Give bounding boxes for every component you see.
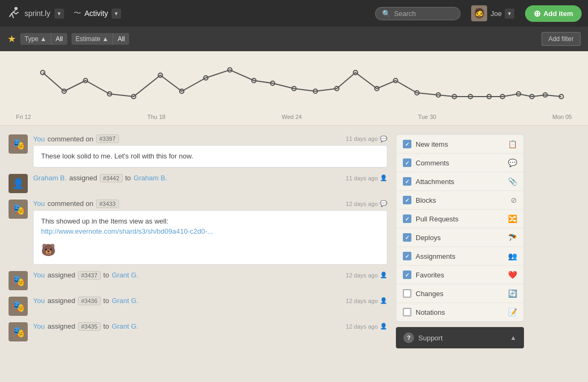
comment-bubble: These look solid to me. Let's roll with … (33, 145, 387, 168)
activity-chart-icon: 〜 (74, 9, 81, 18)
pull-requests-icon: 🔀 (508, 214, 517, 223)
search-placeholder: Search (394, 10, 416, 18)
sidebar-label-changes: Changes (416, 290, 504, 298)
user-dropdown[interactable]: ▾ (505, 9, 514, 19)
user-name: Joe (490, 10, 502, 18)
comment-link[interactable]: http://www.evernote.com/shard/s3/sh/bd09… (41, 227, 213, 235)
svg-point-1 (41, 70, 45, 75)
activity-time: 12 days ago 👤 (346, 272, 387, 278)
chart-area: Fri 12 Thu 18 Wed 24 Tue 30 Mon 05 (0, 51, 588, 126)
new-items-checkbox[interactable]: ✓ (403, 140, 411, 148)
changes-checkbox[interactable] (403, 289, 411, 298)
brand-dropdown[interactable]: ▾ (54, 9, 64, 19)
sidebar-item-notations[interactable]: Notations 📝 (396, 303, 523, 321)
brand-name: sprint.ly (25, 9, 50, 18)
activity-dropdown[interactable]: ▾ (112, 9, 121, 19)
activity-chart (11, 62, 577, 110)
avatar: 🎭 (9, 271, 28, 290)
activity-assignee: Grant G. (112, 322, 138, 330)
assign-icon: 👤 (380, 297, 387, 304)
activity-meta: You assigned #3435 to Grant G. 12 days a… (33, 322, 387, 331)
sidebar-item-new-items[interactable]: ✓ New items 📋 (396, 135, 523, 154)
comments-checkbox[interactable]: ✓ (403, 158, 411, 167)
assignments-icon: 👥 (508, 252, 517, 260)
attachments-icon: 📎 (508, 177, 517, 186)
activity-ticket: #3397 (96, 134, 119, 143)
comment-text: This showed up in the Items view as well… (41, 216, 379, 227)
estimate-filter[interactable]: Estimate ▲ All (71, 33, 129, 45)
new-items-icon: 📋 (508, 140, 517, 148)
comment-icon: 💬 (380, 136, 387, 142)
activity-nav: 〜 Activity ▾ (74, 9, 121, 19)
sidebar-item-assignments[interactable]: ✓ Assignments 👥 (396, 247, 523, 266)
activity-body: You assigned #3436 to Grant G. 12 days a… (33, 297, 387, 307)
activity-assignee: Graham B. (133, 174, 167, 182)
estimate-filter-value[interactable]: All (113, 33, 129, 45)
sidebar-item-comments[interactable]: ✓ Comments 💬 (396, 154, 523, 172)
activity-user: You (33, 271, 45, 279)
comment-icon: 💬 (380, 200, 387, 207)
sidebar-item-pull-requests[interactable]: ✓ Pull Requests 🔀 (396, 210, 523, 228)
header: sprint.ly ▾ 〜 Activity ▾ 🔍 Search 🧔 Joe … (0, 0, 588, 27)
sidebar-label-notations: Notations (416, 308, 504, 316)
activity-item: 🎭 You commented on #3397 11 days ago 💬 T… (9, 134, 387, 168)
activity-action: commented on (47, 135, 93, 143)
chart-labels: Fri 12 Thu 18 Wed 24 Tue 30 Mon 05 (11, 112, 577, 120)
activity-item: 🎭 You assigned #3436 to Grant G. 12 days… (9, 297, 387, 316)
type-filter-value[interactable]: All (51, 33, 67, 45)
chart-label-3: Tue 30 (418, 114, 436, 120)
sidebar-label-attachments: Attachments (416, 178, 504, 186)
sidebar: ✓ New items 📋 ✓ Comments 💬 ✓ Attachments… (396, 134, 524, 348)
pull-requests-checkbox[interactable]: ✓ (403, 214, 411, 223)
support-bar[interactable]: ? Support ▲ (396, 327, 524, 348)
activity-time: 12 days ago 👤 (346, 297, 387, 304)
sidebar-item-deploys[interactable]: ✓ Deploys 🪂 (396, 228, 523, 247)
chart-label-2: Wed 24 (282, 114, 302, 120)
add-icon: ⊕ (534, 9, 541, 19)
activity-item: 🎭 You commented on #3433 12 days ago 💬 T… (9, 200, 387, 265)
sidebar-panel: ✓ New items 📋 ✓ Comments 💬 ✓ Attachments… (396, 134, 524, 322)
support-arrow-icon: ▲ (510, 334, 517, 341)
deploys-icon: 🪂 (508, 233, 517, 242)
blocks-checkbox[interactable]: ✓ (403, 196, 411, 204)
add-item-button[interactable]: ⊕ Add item (525, 5, 582, 22)
activity-to: to (104, 271, 109, 279)
search-bar[interactable]: 🔍 Search (375, 7, 460, 20)
activity-action: assigned (47, 322, 75, 330)
favorites-checkbox[interactable]: ✓ (403, 270, 411, 279)
logo: sprint.ly (6, 6, 50, 21)
sidebar-item-favorites[interactable]: ✓ Favorites ❤️ (396, 266, 523, 284)
changes-icon: 🔄 (508, 289, 517, 298)
chart-label-0: Fri 12 (16, 114, 31, 120)
activity-to: to (125, 174, 131, 182)
activity-meta: You assigned #3437 to Grant G. 12 days a… (33, 271, 387, 280)
activity-ticket: #3437 (78, 271, 101, 280)
deploys-checkbox[interactable]: ✓ (403, 233, 411, 242)
sidebar-item-changes[interactable]: Changes 🔄 (396, 284, 523, 303)
type-filter[interactable]: Type ▲ All (20, 33, 67, 45)
activity-ticket: #3436 (78, 297, 101, 305)
activity-action: commented on (47, 200, 93, 208)
notations-checkbox[interactable] (403, 308, 411, 316)
star-icon[interactable]: ★ (7, 33, 16, 45)
activity-time: 11 days ago 💬 (346, 136, 387, 142)
add-filter-button[interactable]: Add filter (542, 32, 581, 46)
sidebar-label-comments: Comments (416, 159, 504, 167)
activity-action: assigned (69, 174, 97, 182)
assignments-checkbox[interactable]: ✓ (403, 252, 411, 260)
activity-ticket: #3433 (96, 200, 119, 208)
activity-to: to (104, 297, 109, 305)
sidebar-label-new-items: New items (416, 140, 504, 148)
activity-user: You (33, 322, 45, 330)
activity-to: to (104, 322, 109, 330)
sidebar-item-blocks[interactable]: ✓ Blocks ⊘ (396, 191, 523, 210)
attachments-checkbox[interactable]: ✓ (403, 177, 411, 186)
activity-label: Activity (84, 9, 108, 18)
add-item-label: Add item (543, 10, 573, 18)
favorites-icon: ❤️ (508, 270, 517, 279)
support-badge: ? (403, 332, 414, 343)
sidebar-item-attachments[interactable]: ✓ Attachments 📎 (396, 172, 523, 191)
activity-action: assigned (47, 271, 75, 279)
main-content: 🎭 You commented on #3397 11 days ago 💬 T… (0, 126, 588, 357)
support-label: Support (418, 334, 443, 342)
